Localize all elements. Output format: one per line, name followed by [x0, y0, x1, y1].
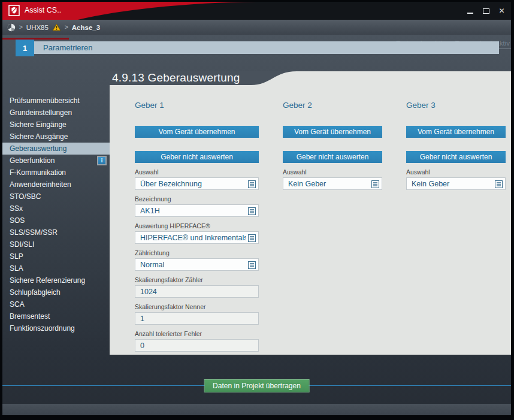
sidebar-item-geberauswertung[interactable]: Geberauswertung: [2, 143, 110, 155]
list-dropdown-icon: [495, 180, 503, 188]
app-window: Assist CS.. UHX85: [0, 0, 514, 420]
sidebar-item-label: Schlupfabgleich: [10, 288, 61, 297]
info-icon[interactable]: [97, 156, 107, 165]
take-from-device-button[interactable]: Vom Gerät übernehmen: [135, 126, 259, 138]
sidebar-item-sto-sbc[interactable]: STO/SBC: [2, 191, 110, 203]
field-row: Skalierungsfaktor Nenner 1: [135, 303, 259, 325]
field-box[interactable]: 1024: [135, 285, 259, 298]
encoder-title: Geber 3: [406, 101, 506, 110]
field-row: Bezeichnung AK1H: [135, 195, 259, 217]
sidebar-item-sca[interactable]: SCA: [2, 298, 110, 310]
encoder-title: Geber 1: [135, 101, 259, 110]
field-value: Über Bezeichnung: [140, 180, 246, 188]
list-dropdown-icon: [248, 207, 256, 214]
red-swoosh-tail: [2, 38, 69, 40]
sidebar-item-sichere-ausgaenge[interactable]: Sichere Ausgänge: [2, 131, 110, 143]
field-value: 1024: [140, 288, 256, 296]
field-row: Skalierungsfaktor Zähler 1024: [135, 276, 259, 298]
sidebar-item-label: Grundeinstellungen: [10, 108, 72, 117]
content-panel: 4.9.13 Geberauswertung Geber 1 Vom Gerät…: [110, 71, 511, 355]
shield-icon: [8, 5, 20, 16]
field-label: Auswertung HIPERFACE®: [135, 222, 259, 230]
sidebar-item-slp[interactable]: SLP: [2, 250, 110, 262]
sidebar-item-sichere-eingaenge[interactable]: Sichere Eingänge: [2, 119, 110, 131]
list-dropdown-icon: [248, 234, 256, 241]
field-row: Auswahl Kein Geber: [406, 168, 506, 190]
sidebar-item-label: Bremsentest: [10, 312, 50, 321]
field-value: 0: [140, 342, 256, 350]
field-label: Bezeichnung: [135, 195, 259, 203]
sidebar-item-bremsentest[interactable]: Bremsentest: [2, 310, 110, 322]
sidebar-item-label: Geberauswertung: [10, 144, 66, 153]
field-label: Auswahl: [406, 168, 506, 176]
sidebar-item-anwendereinheiten[interactable]: Anwendereinheiten: [2, 179, 110, 191]
sidebar-item-label: Sichere Referenzierung: [10, 276, 85, 285]
window-controls: [467, 2, 506, 20]
transfer-to-project-button[interactable]: Daten in Projekt übertragen: [204, 379, 310, 392]
field-row: Auswahl Über Bezeichnung: [135, 168, 259, 190]
sidebar-item-sos[interactable]: SOS: [2, 214, 110, 226]
sidebar-item-ssx[interactable]: SSx: [2, 203, 110, 214]
do-not-evaluate-button[interactable]: Geber nicht auswerten: [283, 151, 382, 163]
field-label: Auswahl: [283, 168, 382, 176]
list-dropdown-icon: [371, 180, 379, 188]
sidebar-item-label: Prüfsummenübersicht: [10, 96, 80, 105]
field-value: HIPERFACE® und Inkrementalspuren: [140, 234, 246, 242]
breadcrumb-device[interactable]: UHX85: [26, 24, 49, 31]
take-from-device-button[interactable]: Vom Gerät übernehmen: [283, 126, 382, 138]
window-content: Assist CS.. UHX85: [2, 2, 511, 415]
step-bar-parametrieren[interactable]: Parametrieren: [34, 41, 499, 54]
sidebar-item-label: Sichere Ausgänge: [10, 132, 68, 141]
maximize-icon[interactable]: [482, 7, 490, 15]
field-row: Anzahl tolerierter Fehler 0: [135, 330, 259, 352]
sidebar-item-sichere-referenzierung[interactable]: Sichere Referenzierung: [2, 274, 110, 286]
field-box[interactable]: Kein Geber: [283, 177, 382, 190]
field-box[interactable]: Über Bezeichnung: [135, 177, 259, 190]
list-dropdown-icon: [248, 261, 256, 268]
sidebar-item-f-kommunikation[interactable]: F-Kommunikation: [2, 167, 110, 179]
sidebar-item-sla[interactable]: SLA: [2, 262, 110, 274]
do-not-evaluate-button[interactable]: Geber nicht auswerten: [406, 151, 506, 163]
take-from-device-button[interactable]: Vom Gerät übernehmen: [406, 126, 506, 138]
field-value: 1: [140, 315, 256, 323]
sidebar-item-sls-ssm-ssr[interactable]: SLS/SSM/SSR: [2, 226, 110, 238]
sidebar-item-label: SLP: [10, 252, 23, 261]
field-box[interactable]: HIPERFACE® und Inkrementalspuren: [135, 231, 259, 244]
sidebar-item-grundeinstellungen[interactable]: Grundeinstellungen: [2, 107, 110, 119]
field-label: Skalierungsfaktor Zähler: [135, 276, 259, 284]
globe-icon[interactable]: [7, 23, 16, 32]
step-number: 1: [16, 40, 34, 56]
page-title: 4.9.13 Geberauswertung: [112, 70, 240, 85]
sidebar-item-label: Sichere Eingänge: [10, 120, 66, 129]
field-box[interactable]: 0: [135, 339, 259, 352]
sidebar-item-pruefsummenuebersicht[interactable]: Prüfsummenübersicht: [2, 95, 110, 107]
field-label: Zählrichtung: [135, 249, 259, 257]
sidebar-item-funktionszuordnung[interactable]: Funktionszuordnung: [2, 322, 110, 334]
close-icon[interactable]: [498, 7, 506, 15]
field-box[interactable]: AK1H: [135, 204, 259, 217]
field-label: Auswahl: [135, 168, 259, 176]
do-not-evaluate-button[interactable]: Geber nicht auswerten: [135, 151, 259, 163]
fields: Auswahl Kein Geber: [283, 168, 382, 190]
encoder-column-3: Geber 3 Vom Gerät übernehmen Geber nicht…: [406, 101, 506, 195]
field-box[interactable]: 1: [135, 312, 259, 325]
title-bar: Assist CS..: [2, 2, 511, 20]
footer-bar: [2, 404, 511, 415]
field-row: Auswertung HIPERFACE® HIPERFACE® und Ink…: [135, 222, 259, 244]
field-value: Normal: [140, 261, 246, 269]
list-dropdown-icon: [248, 180, 256, 188]
sidebar-item-sdi-sli[interactable]: SDI/SLI: [2, 238, 110, 250]
sidebar-item-label: SOS: [10, 216, 25, 225]
sidebar-item-schlupfabgleich[interactable]: Schlupfabgleich: [2, 286, 110, 298]
field-row: Zählrichtung Normal: [135, 249, 259, 271]
breadcrumb-bar: UHX85 Achse_3 Testmodus aktiv Testmodus …: [2, 20, 511, 35]
field-box[interactable]: Kein Geber: [406, 177, 506, 190]
fields: Auswahl Über Bezeichnung Bezeichnung AK1…: [135, 168, 259, 352]
chevron-right-icon: [19, 24, 23, 31]
minimize-icon[interactable]: [467, 7, 474, 15]
sidebar-item-geberfunktion[interactable]: Geberfunktion: [2, 155, 110, 167]
field-box[interactable]: Normal: [135, 258, 259, 271]
field-label: Anzahl tolerierter Fehler: [135, 330, 259, 338]
breadcrumb-axis[interactable]: Achse_3: [72, 24, 100, 31]
sidebar-item-label: SLA: [10, 264, 23, 273]
